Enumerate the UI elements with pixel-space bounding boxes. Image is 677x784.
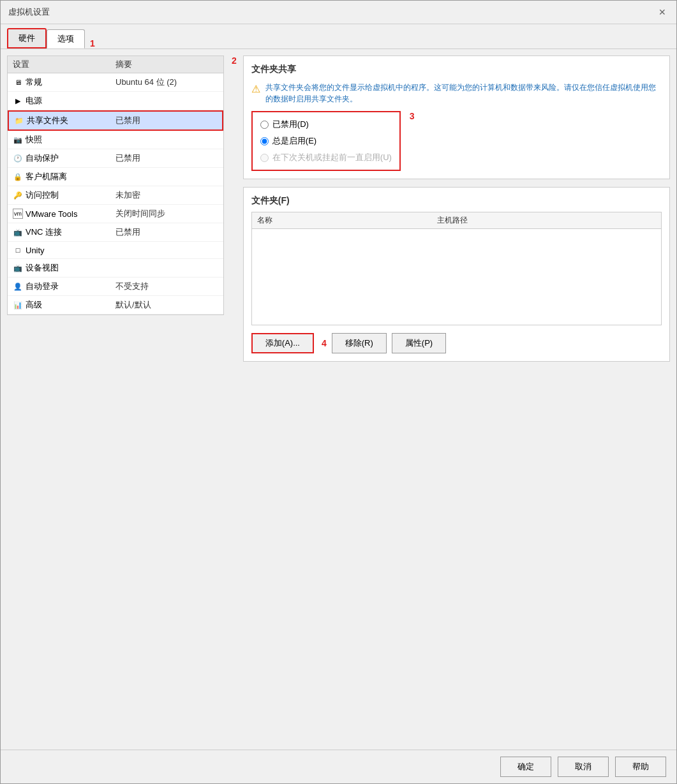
warning-row: ⚠ 共享文件夹会将您的文件显示给虚拟机中的程序。这可能为您的计算机和数据带来风险… xyxy=(251,82,662,105)
settings-item-shared-folders-label: 共享文件夹 xyxy=(27,115,68,126)
autoprotect-icon: 🕐 xyxy=(13,153,23,163)
settings-item-vmware-tools[interactable]: vm VMware Tools 关闭时间同步 xyxy=(8,205,223,223)
settings-item-vnc-label: VNC 连接 xyxy=(26,226,62,238)
settings-item-autologin-label: 自动登录 xyxy=(26,281,59,292)
folder-table: 名称 主机路径 xyxy=(251,212,662,325)
close-button[interactable]: ✕ xyxy=(656,6,669,18)
general-icon: 🖥 xyxy=(13,77,23,87)
col-summary: 摘要 xyxy=(115,59,218,70)
settings-item-autologin-value: 不受支持 xyxy=(115,281,218,292)
settings-item-snapshot-label: 快照 xyxy=(26,134,42,145)
step-2-label: 2 xyxy=(232,55,237,66)
settings-item-device-view[interactable]: 📺 设备视图 xyxy=(8,259,223,277)
step-4-label: 4 xyxy=(322,338,327,348)
title-bar: 虚拟机设置 ✕ xyxy=(1,1,676,24)
main-content: 设置 摘要 🖥 常规 Ubuntu 64 位 (2) ▶ 电源 xyxy=(1,49,676,750)
advanced-icon: 📊 xyxy=(13,300,23,310)
folder-table-header: 名称 主机路径 xyxy=(252,212,661,229)
add-folder-button[interactable]: 添加(A)... xyxy=(251,333,314,353)
settings-item-vmware-tools-value: 关闭时间同步 xyxy=(115,208,218,219)
settings-item-power[interactable]: ▶ 电源 xyxy=(8,92,223,110)
settings-item-advanced-value: 默认/默认 xyxy=(115,299,218,311)
snapshot-icon: 📷 xyxy=(13,135,23,145)
folder-section: 文件夹(F) 名称 主机路径 添加(A)... 4 移除(R) 属性(P) xyxy=(243,187,670,362)
vnc-icon: 📺 xyxy=(13,227,23,237)
folder-table-body xyxy=(252,229,661,325)
settings-item-autoprotect-value: 已禁用 xyxy=(115,152,218,164)
right-panel: 文件夹共享 ⚠ 共享文件夹会将您的文件显示给虚拟机中的程序。这可能为您的计算机和… xyxy=(243,55,670,743)
shared-folder-icon: 📁 xyxy=(14,115,24,126)
left-settings-panel: 设置 摘要 🖥 常规 Ubuntu 64 位 (2) ▶ 电源 xyxy=(7,55,224,315)
remove-folder-button[interactable]: 移除(R) xyxy=(332,333,387,353)
settings-item-general[interactable]: 🖥 常规 Ubuntu 64 位 (2) xyxy=(8,73,223,92)
step-1-label: 1 xyxy=(90,38,95,48)
settings-item-guest-isolation-label: 客户机隔离 xyxy=(26,171,67,182)
confirm-button[interactable]: 确定 xyxy=(500,757,551,777)
settings-item-unity-label: Unity xyxy=(26,246,45,255)
folder-buttons: 添加(A)... 4 移除(R) 属性(P) xyxy=(251,333,662,353)
properties-button[interactable]: 属性(P) xyxy=(392,333,446,353)
radio-always-input[interactable] xyxy=(260,137,269,145)
settings-item-autologin[interactable]: 👤 自动登录 不受支持 xyxy=(8,277,223,296)
power-icon: ▶ xyxy=(13,96,23,106)
settings-item-snapshot[interactable]: 📷 快照 xyxy=(8,131,223,149)
col-path: 主机路径 xyxy=(437,215,618,226)
settings-item-device-view-label: 设备视图 xyxy=(26,262,59,274)
settings-header: 设置 摘要 xyxy=(8,56,223,73)
settings-item-unity[interactable]: □ Unity xyxy=(8,242,223,259)
col-name: 名称 xyxy=(257,215,438,226)
sharing-options-group: 已禁用(D) 总是启用(E) 在下次关机或挂起前一直启用(U) xyxy=(251,111,401,171)
settings-item-general-value: Ubuntu 64 位 (2) xyxy=(115,77,218,88)
settings-item-access-control-label: 访问控制 xyxy=(26,189,59,201)
warning-icon: ⚠ xyxy=(251,83,260,105)
cancel-button[interactable]: 取消 xyxy=(558,757,609,777)
vmware-tools-icon: vm xyxy=(13,209,23,219)
settings-item-advanced[interactable]: 📊 高级 默认/默认 xyxy=(8,296,223,314)
settings-item-vnc-value: 已禁用 xyxy=(115,226,218,238)
tab-hardware[interactable]: 硬件 xyxy=(7,28,47,48)
settings-item-vmware-tools-label: VMware Tools xyxy=(26,209,77,219)
warning-text: 共享文件夹会将您的文件显示给虚拟机中的程序。这可能为您的计算机和数据带来风险。请… xyxy=(265,82,662,105)
settings-item-general-label: 常规 xyxy=(26,77,42,88)
autologin-icon: 👤 xyxy=(13,281,23,292)
virtual-machine-settings-window: 虚拟机设置 ✕ 硬件 选项 1 设置 摘要 xyxy=(0,0,677,784)
settings-list: 🖥 常规 Ubuntu 64 位 (2) ▶ 电源 xyxy=(8,73,223,314)
device-view-icon: 📺 xyxy=(13,263,23,273)
settings-item-autoprotect[interactable]: 🕐 自动保护 已禁用 xyxy=(8,149,223,168)
settings-item-access-control[interactable]: 🔑 访问控制 未加密 xyxy=(8,186,223,205)
help-button[interactable]: 帮助 xyxy=(615,757,666,777)
radio-always-label: 总是启用(E) xyxy=(272,135,316,147)
folder-title: 文件夹(F) xyxy=(251,195,662,207)
radio-disabled-label: 已禁用(D) xyxy=(272,119,309,130)
access-control-icon: 🔑 xyxy=(13,190,23,200)
settings-item-autoprotect-label: 自动保护 xyxy=(26,152,59,164)
settings-item-shared-folders-value: 已禁用 xyxy=(115,115,217,126)
radio-until-off-label: 在下次关机或挂起前一直启用(U) xyxy=(272,152,392,163)
sharing-title: 文件夹共享 xyxy=(251,64,662,75)
settings-item-power-label: 电源 xyxy=(26,95,42,107)
guest-isolation-icon: 🔒 xyxy=(13,172,23,182)
unity-icon: □ xyxy=(13,245,23,255)
settings-item-guest-isolation[interactable]: 🔒 客户机隔离 xyxy=(8,168,223,186)
col-setting: 设置 xyxy=(13,59,115,70)
window-title: 虚拟机设置 xyxy=(8,6,50,18)
radio-always[interactable]: 总是启用(E) xyxy=(260,135,392,147)
sharing-section: 文件夹共享 ⚠ 共享文件夹会将您的文件显示给虚拟机中的程序。这可能为您的计算机和… xyxy=(243,55,670,179)
radio-until-off-input[interactable] xyxy=(260,154,269,162)
step-3-label: 3 xyxy=(410,111,415,121)
radio-until-off[interactable]: 在下次关机或挂起前一直启用(U) xyxy=(260,152,392,163)
settings-item-advanced-label: 高级 xyxy=(26,299,42,311)
settings-item-access-control-value: 未加密 xyxy=(115,189,218,201)
radio-disabled-input[interactable] xyxy=(260,121,269,129)
tab-bar: 硬件 选项 1 xyxy=(1,24,676,49)
tab-options[interactable]: 选项 xyxy=(47,29,85,48)
settings-item-vnc[interactable]: 📺 VNC 连接 已禁用 xyxy=(8,223,223,242)
settings-item-shared-folders[interactable]: 📁 共享文件夹 已禁用 xyxy=(8,110,223,131)
radio-disabled[interactable]: 已禁用(D) xyxy=(260,119,392,130)
bottom-bar: 确定 取消 帮助 xyxy=(1,750,676,783)
